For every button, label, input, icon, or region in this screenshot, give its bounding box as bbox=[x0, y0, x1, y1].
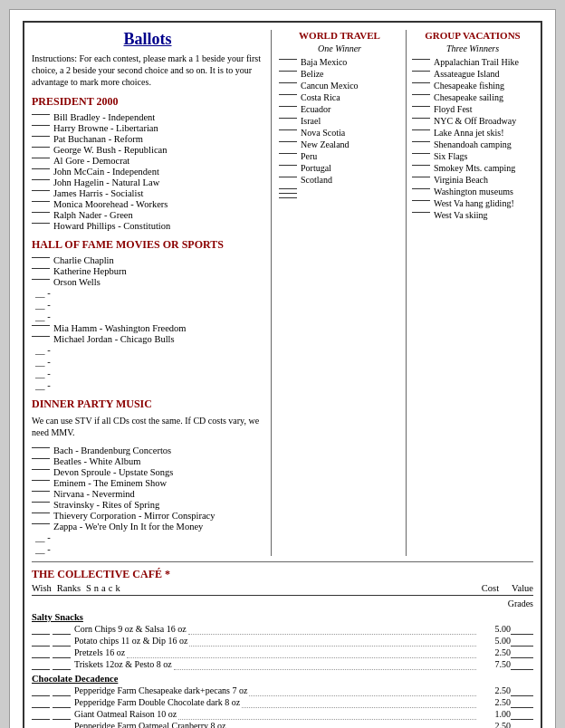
blank-line bbox=[32, 179, 50, 180]
ballot-item: Beatles - White Album bbox=[32, 456, 263, 466]
cafe-item: Potato chips 11 oz & Dip 16 oz 5.00 bbox=[32, 636, 533, 647]
travel-item: Baja Mexico bbox=[279, 57, 400, 67]
blank-line bbox=[279, 197, 297, 198]
dinner-intro: We can use STV if all CDs cost the same.… bbox=[32, 415, 263, 438]
wish-label: Wish bbox=[32, 583, 52, 593]
ballot-item: Howard Phillips - Constitution bbox=[32, 221, 263, 231]
cafe-item: Giant Oatmeal Raison 10 oz 1.00 bbox=[32, 709, 533, 720]
travel-item: NYC & Off Broadway bbox=[412, 116, 533, 126]
rank-blank bbox=[53, 659, 71, 670]
travel-item bbox=[279, 191, 400, 194]
travel-item: Smokey Mts. camping bbox=[412, 163, 533, 173]
blank-line bbox=[279, 106, 297, 107]
item-name: Potato chips 11 oz & Dip 16 oz bbox=[74, 636, 478, 647]
dash-item: __ - bbox=[32, 357, 263, 367]
blank-line bbox=[32, 268, 50, 269]
wish-blank bbox=[32, 647, 50, 658]
cafe-item: Triskets 12oz & Pesto 8 oz 7.50 bbox=[32, 659, 533, 670]
dash-item: __ - bbox=[32, 369, 263, 378]
instructions-text: Instructions: For each contest, please m… bbox=[32, 53, 263, 88]
rank-blank bbox=[53, 636, 71, 647]
travel-item: Scotland bbox=[279, 175, 400, 185]
blank-line bbox=[412, 153, 430, 154]
section-president-title: PRESIDENT 2000 bbox=[32, 95, 263, 109]
blank-line bbox=[279, 141, 297, 142]
travel-item: West Va hang gliding! bbox=[412, 198, 533, 208]
cafe-col-right: Cost Value bbox=[482, 583, 533, 593]
snack-label: Snack bbox=[86, 583, 123, 593]
blank-line bbox=[32, 336, 50, 337]
category-chocolate: Chocolate Decadence bbox=[32, 674, 533, 684]
blank-line bbox=[32, 212, 50, 213]
grades-label: Grades bbox=[508, 599, 533, 608]
dash-item: __ - bbox=[32, 380, 263, 390]
blank-line bbox=[279, 129, 297, 130]
group-vacations-header: GROUP VACATIONS bbox=[412, 30, 533, 41]
travel-item bbox=[279, 187, 400, 189]
dash-item: __ - bbox=[32, 345, 263, 355]
blank-line bbox=[412, 82, 430, 83]
ballots-column: Ballots Instructions: For each contest, … bbox=[32, 30, 272, 556]
travel-item: Belize bbox=[279, 69, 400, 79]
section-dinner-title: DINNER PARTY MUSIC bbox=[32, 398, 263, 411]
item-price: 7.50 bbox=[478, 659, 511, 669]
travel-item: Ecuador bbox=[279, 104, 400, 114]
travel-item: Floyd Fest bbox=[412, 104, 533, 114]
blank-line bbox=[32, 491, 50, 492]
item-name: Pretzels 16 oz bbox=[74, 647, 478, 658]
dinner-items: Bach - Brandenburg Concertos Beatles - W… bbox=[32, 445, 263, 554]
blank-line bbox=[412, 129, 430, 130]
blank-line bbox=[32, 480, 50, 481]
blank-line bbox=[32, 512, 50, 513]
page: Ballots Instructions: For each contest, … bbox=[9, 9, 556, 728]
travel-item: Portugal bbox=[279, 163, 400, 173]
ballot-item: Bach - Brandenburg Concertos bbox=[32, 445, 263, 455]
group-vacations-section: GROUP VACATIONS Three Winners Appalachia… bbox=[407, 30, 533, 556]
blank-line bbox=[32, 458, 50, 459]
ballots-title: Ballots bbox=[32, 30, 263, 49]
item-name: Corn Chips 9 oz & Salsa 16 oz bbox=[74, 624, 478, 635]
blank-line bbox=[279, 177, 297, 177]
ballot-item: George W. Bush - Republican bbox=[32, 145, 263, 155]
travel-item: Cancun Mexico bbox=[279, 81, 400, 91]
ballot-item: Nirvana - Nevermind bbox=[32, 489, 263, 499]
item-grade bbox=[511, 636, 533, 647]
blank-line bbox=[279, 71, 297, 72]
ballot-item: Charlie Chaplin bbox=[32, 255, 263, 265]
cafe-item: Pepperidge Farm Oatmeal Cranberry 8 oz 2… bbox=[32, 721, 533, 728]
travel-item: Chesapeake fishing bbox=[412, 81, 533, 91]
ballot-item: Bill Bradley - Independent bbox=[32, 112, 263, 122]
travel-item: Washington museums bbox=[412, 187, 533, 196]
ballot-item: Al Gore - Democrat bbox=[32, 156, 263, 166]
blank-line bbox=[32, 447, 50, 448]
hall-items: Charlie Chaplin Katherine Hepburn Orson … bbox=[32, 255, 263, 390]
ballot-item: Stravinsky - Rites of Spring bbox=[32, 500, 263, 510]
blank-line bbox=[279, 193, 297, 194]
ballot-item: Monica Moorehead - Workers bbox=[32, 199, 263, 209]
grades-row: Grades bbox=[32, 599, 533, 608]
cafe-header: THE COLLECTIVE CAFÉ * bbox=[32, 568, 533, 581]
ballot-item: Michael Jordan - Chicago Bulls bbox=[32, 334, 263, 344]
blank-line bbox=[412, 94, 430, 95]
blank-line bbox=[412, 118, 430, 119]
blank-line bbox=[32, 168, 50, 169]
cafe-item: Pepperidge Farm Double Chocolate dark 8 … bbox=[32, 697, 533, 708]
ballot-item: Katherine Hepburn bbox=[32, 266, 263, 276]
blank-line bbox=[32, 325, 50, 326]
section-hall-title: HALL of FAME MOVIES or SPORTS bbox=[32, 238, 263, 252]
dash-item: __ - bbox=[32, 311, 263, 321]
travel-item: Costa Rica bbox=[279, 92, 400, 102]
travel-item: Peru bbox=[279, 151, 400, 161]
ballot-item: Eminem - The Eminem Show bbox=[32, 478, 263, 488]
cost-label: Cost bbox=[482, 583, 499, 593]
world-travel-subheader: One Winner bbox=[279, 43, 400, 53]
blank-line bbox=[32, 201, 50, 202]
blank-line bbox=[32, 190, 50, 191]
travel-item: Lake Anna jet skis! bbox=[412, 128, 533, 138]
ranks-label: Ranks bbox=[57, 583, 81, 593]
blank-line bbox=[412, 106, 430, 107]
travel-item: Shenandoah camping bbox=[412, 139, 533, 149]
outer-border: Ballots Instructions: For each contest, … bbox=[23, 21, 542, 728]
blank-line bbox=[279, 153, 297, 154]
top-section: Ballots Instructions: For each contest, … bbox=[32, 30, 533, 562]
